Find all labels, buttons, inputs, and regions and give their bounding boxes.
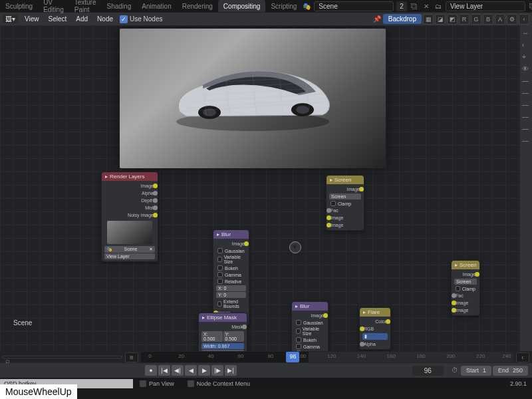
backdrop-image <box>120 29 386 168</box>
timeline-chevron-icon[interactable]: ‹ <box>516 352 529 362</box>
search-input[interactable] <box>3 356 122 358</box>
use-nodes-label: Use Nodes <box>130 15 162 23</box>
channel-b[interactable]: B <box>483 14 493 25</box>
dash-icon[interactable]: — <box>522 125 530 133</box>
zebra-icon[interactable]: ◩ <box>447 14 458 25</box>
scene-select[interactable]: 🎭Scene✕ <box>104 246 155 253</box>
ws-tab-uvediting[interactable]: UV Editing <box>38 0 69 12</box>
hotkey-overlay: MouseWheelUp <box>0 384 77 399</box>
play-reverse-button[interactable]: ◀ <box>185 365 197 376</box>
node-flare[interactable]: ▸Flare Color RGB ▮ Alpha <box>359 307 391 350</box>
snap-icon[interactable]: ▦ <box>423 14 434 25</box>
dash-icon[interactable]: — <box>522 89 530 97</box>
ws-tab-animation[interactable]: Animation <box>136 0 176 12</box>
timeline[interactable]: 0 20 40 60 80 100 120 140 160 180 200 22… <box>141 352 513 362</box>
status-context: Node Context Menu <box>197 380 250 387</box>
autokey-button[interactable]: ● <box>145 365 157 376</box>
arrow-icon[interactable]: ↔ <box>522 29 530 37</box>
ws-tab-compositing[interactable]: Compositing <box>218 0 266 12</box>
node-preview-thumb <box>107 221 152 244</box>
viewlayer-browse-icon[interactable]: 🗂 <box>434 1 443 11</box>
chevron-left-icon[interactable]: ‹ <box>519 14 529 25</box>
layer-select[interactable]: View Layer <box>104 253 155 259</box>
status-bar: OSD hotkey Pan View Node Context Menu 2.… <box>0 378 532 390</box>
scene-copy-icon[interactable]: ⿻ <box>410 1 419 11</box>
node-editor-header: 🖼▾ View Select Add Node ✓ Use Nodes 📌 Ba… <box>0 12 532 25</box>
dash-icon[interactable]: — <box>522 77 530 85</box>
eye-icon[interactable]: 👁 <box>522 65 530 73</box>
menu-add[interactable]: Add <box>73 15 90 23</box>
version-label: 2.90.1 <box>510 380 532 387</box>
gear-icon[interactable]: ⚙ <box>507 14 517 25</box>
status-pan: Pan View <box>149 380 174 387</box>
mouse-icon <box>140 380 146 387</box>
menu-node[interactable]: Node <box>94 15 116 23</box>
channel-r[interactable]: R <box>459 14 469 25</box>
jump-end-button[interactable]: ▶| <box>225 365 237 376</box>
svg-point-2 <box>203 108 216 116</box>
use-nodes-checkbox[interactable]: ✓ Use Nodes <box>120 15 162 23</box>
menu-select[interactable]: Select <box>46 15 70 23</box>
viewlayer-field[interactable]: View Layer <box>446 1 525 11</box>
start-frame-field[interactable]: Start1 <box>461 366 491 376</box>
dash-icon[interactable]: — <box>522 113 530 121</box>
scene-name-field[interactable]: Scene <box>314 1 394 11</box>
node-blur-2[interactable]: ▸Blur Image Gaussian Variable Size Bokeh… <box>291 301 329 351</box>
node-header[interactable]: ▸Flare <box>360 308 390 317</box>
ws-tab-sculpting[interactable]: Sculpting <box>0 0 38 12</box>
play-button[interactable]: ▶ <box>198 365 210 376</box>
timeline-row: ≡ 0 20 40 60 80 100 120 140 160 180 200 … <box>0 351 532 363</box>
node-header[interactable]: ▸Ellipse Mask <box>199 313 247 322</box>
node-header[interactable]: ▸Screen <box>452 261 479 269</box>
mouse-cursor <box>289 241 301 253</box>
ws-tab-shading[interactable]: Shading <box>102 0 137 12</box>
filter-icon[interactable]: ≡ <box>125 352 138 362</box>
keyframe-prev-button[interactable]: ◀| <box>172 365 184 376</box>
node-mix-screen-2[interactable]: ▸Screen Image Screen Clamp Fac Image Ima… <box>451 260 480 316</box>
top-right-controls: 🎭 Scene 2 ⿻ ✕ 🗂 View Layer ⿻ ✕ <box>302 0 532 12</box>
clock-icon[interactable]: ⏱ <box>450 366 460 375</box>
plus-icon[interactable]: + <box>522 53 530 61</box>
node-editor-canvas[interactable]: ▸Render Layers Image Alpha Depth Mist No… <box>0 25 532 351</box>
current-frame-field[interactable]: 96 <box>412 366 444 376</box>
scene-users[interactable]: 2 <box>396 1 407 11</box>
scene-delete-icon[interactable]: ✕ <box>422 1 431 11</box>
ws-tab-scripting[interactable]: Scripting <box>265 0 302 12</box>
node-header[interactable]: ▸Screen <box>327 176 364 184</box>
transport-bar: ● |◀ ◀| ◀ ▶ |▶ ▶| 96 ⏱ Start1 End250 <box>0 363 532 378</box>
check-icon: ✓ <box>120 15 128 23</box>
chevron-icon[interactable]: ‹ <box>522 41 530 49</box>
backdrop-button[interactable]: Backdrop <box>383 14 422 24</box>
car-render <box>166 55 339 135</box>
node-header[interactable]: ▸Blur <box>213 230 249 239</box>
editor-type-dropdown[interactable]: 🖼▾ <box>3 15 18 23</box>
ws-tab-rendering[interactable]: Rendering <box>177 0 218 12</box>
pin-icon[interactable]: 📌 <box>372 15 382 24</box>
ws-tab-texpaint[interactable]: Texture Paint <box>69 0 102 12</box>
mouse-icon <box>188 380 194 387</box>
menu-view[interactable]: View <box>22 15 42 23</box>
node-header[interactable]: ▸Blur <box>292 302 328 311</box>
playhead[interactable]: 96 <box>286 352 299 362</box>
n-panel-tabs: ↔ ‹ + 👁 — — — — — — <box>520 25 532 351</box>
viewlayer-new-icon[interactable]: ⿻ <box>528 1 532 11</box>
dash-icon[interactable]: — <box>522 101 530 109</box>
channel-g[interactable]: G <box>471 14 481 25</box>
keyframe-next-button[interactable]: |▶ <box>211 365 223 376</box>
scene-browse-icon[interactable]: 🎭 <box>302 1 311 11</box>
node-render-layers[interactable]: ▸Render Layers Image Alpha Depth Mist No… <box>101 172 158 262</box>
end-frame-field[interactable]: End250 <box>493 366 528 376</box>
scene-overlay-label: Scene <box>13 319 32 327</box>
overlay-icon[interactable]: ◪ <box>435 14 446 25</box>
jump-start-button[interactable]: |◀ <box>158 365 170 376</box>
svg-point-4 <box>296 106 309 114</box>
workspace-tabs: Sculpting UV Editing Texture Paint Shadi… <box>0 0 532 12</box>
node-mix-screen[interactable]: ▸Screen Image Screen Clamp Fac Image Ima… <box>326 175 364 231</box>
node-blur-1[interactable]: ▸Blur Image Gaussian Variable Size Bokeh… <box>213 229 249 326</box>
node-ellipse-mask[interactable]: ▸Ellipse Mask Mask X: 0.500Y: 0.500 Widt… <box>198 313 247 351</box>
dash-icon[interactable]: — <box>522 137 530 145</box>
node-header[interactable]: ▸Render Layers <box>102 172 158 181</box>
channel-a[interactable]: A <box>495 14 505 25</box>
